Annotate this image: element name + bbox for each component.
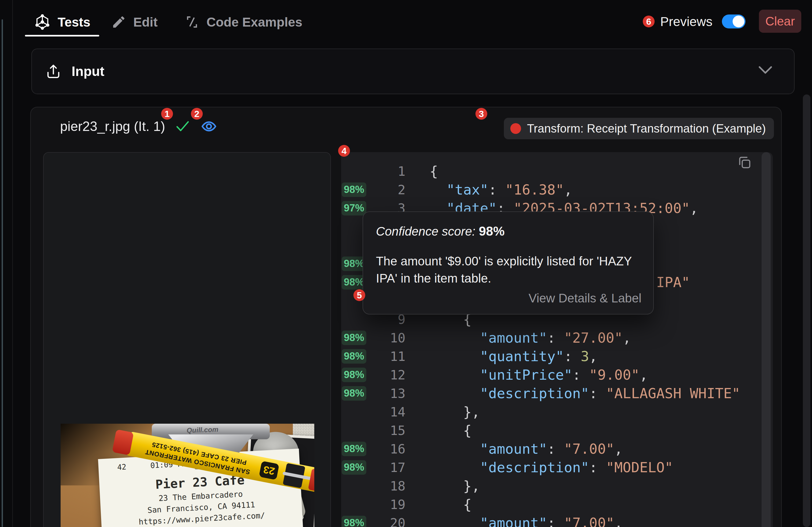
confidence-tooltip: Confidence score: 98% The amount '$9.00'… [363,211,654,314]
confidence-badge[interactable]: 98% [342,386,366,401]
record-dot-icon [510,123,521,134]
file-row: pier23_r.jpg (It. 1) [60,118,218,135]
annotation-badge-5: 5 [353,289,365,301]
code-line-row: 15 { [341,421,757,440]
tab-tests[interactable]: Tests [34,11,90,33]
previews-label: Previews [660,14,712,29]
file-name: pier23_r.jpg (It. 1) [60,118,165,134]
output-code-panel: 1{98%2 "tax": "16.38",97%3 "date": "2025… [341,152,773,527]
upload-icon [45,62,62,81]
line-number: 16 [366,441,405,456]
view-details-link[interactable]: View Details & Label [528,291,641,305]
pencil-icon [111,14,126,29]
confidence-badge[interactable]: 98% [342,442,366,456]
tooltip-score: 98% [479,224,505,238]
line-number: 18 [366,479,405,494]
confidence-badge [342,497,366,512]
tooltip-title: Confidence score: 98% [376,224,640,239]
code-line-row: 98%13 "description": "ALLAGASH WHITE" [341,384,757,402]
annotation-badge-3: 3 [476,108,487,120]
code-line-row: 98%16 "amount": "7.00", [341,440,757,458]
annotation-badge-2: 2 [191,108,203,120]
code-line-row: 19 { [341,495,757,514]
code-text[interactable]: "description": "MODELO" [430,459,673,475]
confidence-badge[interactable]: 98% [342,349,366,364]
confidence-badge[interactable]: 97% [342,201,366,215]
input-section-label: Input [72,63,104,79]
tab-edit-label: Edit [133,15,158,29]
code-icon [185,14,200,29]
line-number: 2 [366,182,405,197]
code-line-row: 14 }, [341,402,757,421]
line-number: 15 [366,423,405,438]
test-result-card: pier23_r.jpg (It. 1) Transform: Receipt … [30,107,782,527]
receipt-photo[interactable]: 42 01:09 PM 03/02/2025 Pier 23 Cafe 23 T… [61,424,314,527]
input-image-panel: 42 01:09 PM 03/02/2025 Pier 23 Cafe 23 T… [43,152,331,527]
code-text[interactable]: "amount": "7.00", [430,515,623,527]
code-line-row: 98%10 "amount": "27.00", [341,328,757,347]
confidence-badge[interactable]: 98% [342,368,366,382]
code-text[interactable]: "unitPrice": "9.00", [430,367,648,383]
tooltip-body: The amount '$9.00' is explicitly listed … [376,253,644,287]
code-text[interactable]: "quantity": 3, [430,348,597,365]
left-accent-bar [2,19,3,527]
confidence-badge [342,479,366,493]
pen-logo: 23 [259,461,279,480]
confidence-badge[interactable]: 98% [342,183,366,197]
toggle-knob [733,16,744,27]
line-number: 10 [366,330,405,345]
confidence-badge [342,312,366,327]
clear-button[interactable]: Clear [759,10,801,33]
code-text[interactable]: { [430,422,472,439]
tab-code-examples[interactable]: Code Examples [185,11,302,33]
line-number: 17 [366,460,405,475]
code-line-row: 98%11 "quantity": 3, [341,347,757,366]
annotation-badge-4: 4 [338,145,350,157]
transform-label: Transform: Receipt Transformation (Examp… [527,122,766,135]
confidence-badge[interactable]: 98% [342,460,366,475]
code-line-row: 98%12 "unitPrice": "9.00", [341,366,757,384]
check-icon [174,119,191,134]
code-text[interactable]: "amount": "7.00", [430,441,623,457]
code-text[interactable]: }, [430,404,480,420]
code-line-row: 98%2 "tax": "16.38", [341,180,757,199]
transform-pill[interactable]: Transform: Receipt Transformation (Examp… [504,118,774,139]
clip-brand: Quill.com [186,425,218,435]
code-text[interactable]: { [430,163,438,179]
confidence-badge [342,405,366,419]
annotation-badge-6: 6 [643,16,655,27]
confidence-badge[interactable]: 98% [342,331,366,345]
annotation-badge-1: 1 [161,108,173,120]
left-divider [12,0,13,527]
code-text[interactable]: }, [430,478,480,494]
tab-code-examples-label: Code Examples [206,15,302,29]
line-number: 14 [366,404,405,419]
line-number: 1 [366,164,405,179]
code-line-row: 98%20 "amount": "7.00", [341,514,757,527]
graph-icon [34,14,51,30]
code-text[interactable]: "tax": "16.38", [430,182,572,198]
confidence-badge [342,423,366,438]
confidence-badge[interactable]: 98% [342,516,366,527]
eye-icon[interactable] [200,118,218,135]
previews-toggle[interactable] [722,14,745,28]
input-section-header[interactable]: Input [31,48,795,94]
line-number: 20 [366,515,405,527]
tab-tests-label: Tests [58,15,90,29]
tab-edit[interactable]: Edit [111,11,158,33]
code-scrollbar[interactable] [762,152,771,527]
confidence-badge [342,164,366,179]
code-text[interactable]: "amount": "27.00", [430,330,631,346]
page-scrollbar[interactable] [803,95,810,527]
line-number: 11 [366,349,405,364]
receipt-check-number: 42 [117,462,126,472]
line-number: 19 [366,497,405,512]
chevron-down-icon[interactable] [757,65,773,76]
code-line-row: 1{ [341,162,757,180]
active-tab-underline [25,35,99,37]
line-number: 12 [366,367,405,382]
code-text[interactable]: { [430,496,472,513]
code-text[interactable]: "description": "ALLAGASH WHITE" [430,385,740,401]
code-line-row: 18 }, [341,476,757,495]
line-number: 13 [366,386,405,401]
